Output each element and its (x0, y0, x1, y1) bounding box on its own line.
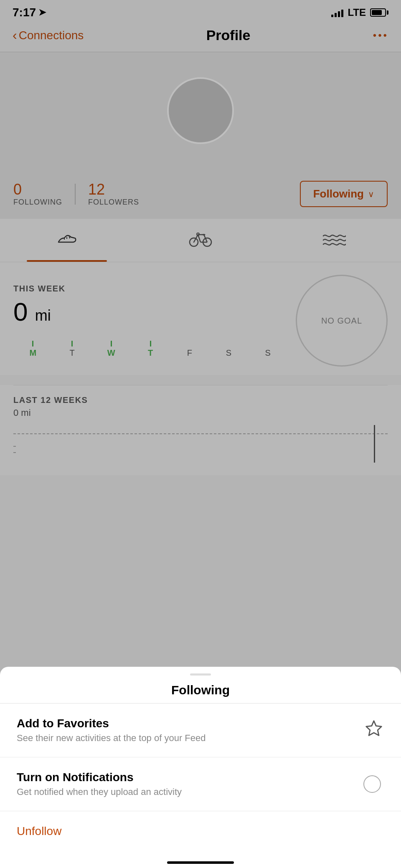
star-icon (363, 719, 384, 741)
sheet-handle (190, 673, 211, 676)
notifications-subtitle: Get notified when they upload an activit… (17, 787, 363, 797)
sheet-title: Following (0, 676, 401, 703)
unfollow-button[interactable]: Unfollow (17, 825, 61, 838)
toggle-icon[interactable] (363, 775, 384, 793)
sheet-item-favorites-content: Add to Favorites See their new activitie… (17, 717, 363, 744)
sheet-handle-area (0, 667, 401, 676)
toggle-circle[interactable] (363, 775, 381, 793)
sheet-item-favorites[interactable]: Add to Favorites See their new activitie… (0, 704, 401, 757)
favorites-subtitle: See their new activities at the top of y… (17, 733, 363, 744)
home-indicator (167, 861, 234, 864)
bottom-sheet: Following Add to Favorites See their new… (0, 667, 401, 868)
sheet-item-notifications[interactable]: Turn on Notifications Get notified when … (0, 757, 401, 811)
favorites-title: Add to Favorites (17, 717, 363, 730)
sheet-item-notifications-content: Turn on Notifications Get notified when … (17, 771, 363, 797)
sheet-unfollow[interactable]: Unfollow (0, 811, 401, 851)
notifications-title: Turn on Notifications (17, 771, 363, 784)
